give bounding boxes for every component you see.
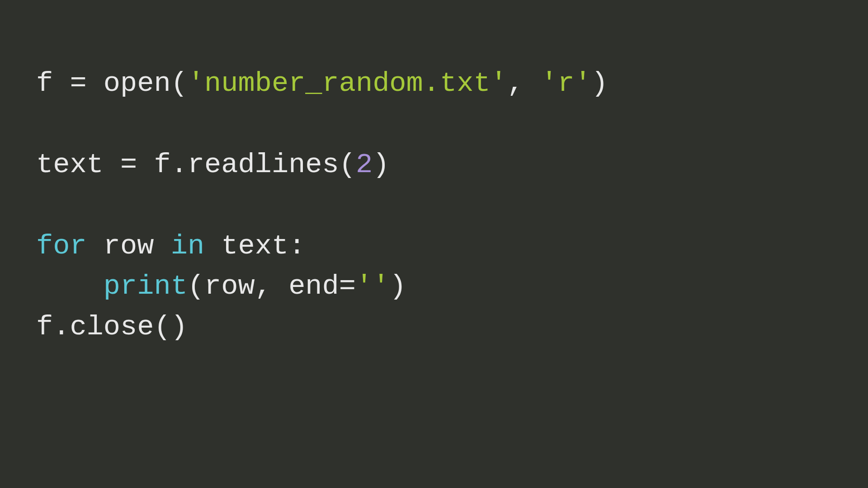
keyword-in: in [171, 230, 204, 262]
code-line-1: f = open('number_random.txt', 'r') [36, 67, 608, 99]
punct-lparen: ( [154, 311, 170, 343]
punct-colon: : [288, 230, 305, 262]
space [87, 230, 104, 262]
operator-eq: = [104, 149, 154, 181]
code-line-3: text = f.readlines(2) [36, 149, 389, 181]
kwarg-end: end [288, 270, 339, 302]
punct-rparen: ) [373, 149, 389, 181]
number-2: 2 [356, 149, 373, 181]
space [204, 230, 221, 262]
punct-comma: , [507, 67, 541, 99]
code-line-7: f.close() [36, 311, 188, 343]
punct-lparen: ( [171, 67, 188, 99]
operator-eq: = [53, 67, 104, 99]
punct-rparen: ) [171, 311, 188, 343]
variable-text: text [36, 149, 104, 181]
variable-f: f [154, 149, 170, 181]
punct-dot: . [171, 149, 188, 181]
operator-eq: = [339, 270, 356, 302]
punct-rparen: ) [389, 270, 406, 302]
punct-lparen: ( [339, 149, 356, 181]
string-mode: 'r' [541, 67, 591, 99]
builtin-open: open [104, 67, 171, 99]
keyword-for: for [36, 230, 87, 262]
punct-rparen: ) [591, 67, 608, 99]
code-editor: f = open('number_random.txt', 'r') text … [36, 63, 832, 347]
variable-row: row [204, 270, 255, 302]
builtin-print: print [104, 270, 188, 302]
method-readlines: readlines [188, 149, 339, 181]
variable-f: f [36, 311, 53, 343]
method-close: close [70, 311, 154, 343]
variable-f: f [36, 67, 53, 99]
punct-dot: . [53, 311, 70, 343]
string-empty: '' [356, 270, 389, 302]
punct-comma: , [255, 270, 288, 302]
code-line-5: for row in text: [36, 230, 305, 262]
indent [36, 270, 104, 302]
variable-text: text [221, 230, 288, 262]
punct-lparen: ( [188, 270, 204, 302]
code-line-6: print(row, end='') [36, 270, 406, 302]
variable-row: row [104, 230, 154, 262]
string-filename: 'number_random.txt' [188, 67, 507, 99]
space [154, 230, 170, 262]
